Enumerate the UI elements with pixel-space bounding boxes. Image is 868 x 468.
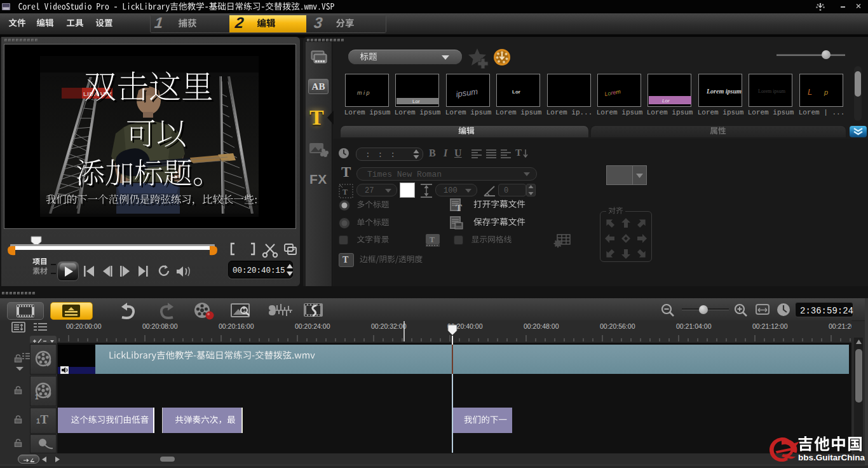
svg-text:Lorem ipsum: Lorem ipsum xyxy=(758,88,786,94)
svg-text:T: T xyxy=(342,188,348,196)
svg-text:00:20:56:00: 00:20:56:00 xyxy=(600,322,635,330)
svg-text:L: L xyxy=(808,87,812,97)
svg-text:p: p xyxy=(824,88,828,96)
svg-text:T: T xyxy=(430,235,435,244)
svg-text:00:20:48:00: 00:20:48:00 xyxy=(524,322,559,330)
svg-text:m i p: m i p xyxy=(357,90,370,96)
svg-text:00:21:12:00: 00:21:12:00 xyxy=(752,322,788,330)
svg-text:00:20:32:00: 00:20:32:00 xyxy=(371,322,407,330)
svg-text:1: 1 xyxy=(35,394,39,400)
svg-text:Lorem ipsum: Lorem ipsum xyxy=(706,88,742,95)
svg-text:00:21:04:00: 00:21:04:00 xyxy=(676,322,712,330)
svg-text:00:21:20:00: 00:21:20:00 xyxy=(829,322,851,330)
svg-text:Lorem: Lorem xyxy=(604,88,621,97)
svg-text:00:20:24:00: 00:20:24:00 xyxy=(295,322,330,330)
svg-text:ipsum: ipsum xyxy=(455,86,478,99)
svg-text:00:20:16:00: 00:20:16:00 xyxy=(219,322,254,330)
svg-text:00:20:08:00: 00:20:08:00 xyxy=(142,322,178,330)
svg-text:T: T xyxy=(456,203,462,213)
svg-text:Lor: Lor xyxy=(512,89,520,95)
svg-text:Lor: Lor xyxy=(412,99,420,104)
svg-text:00:20:00:00: 00:20:00:00 xyxy=(66,322,102,330)
svg-text:Lor: Lor xyxy=(662,98,670,104)
